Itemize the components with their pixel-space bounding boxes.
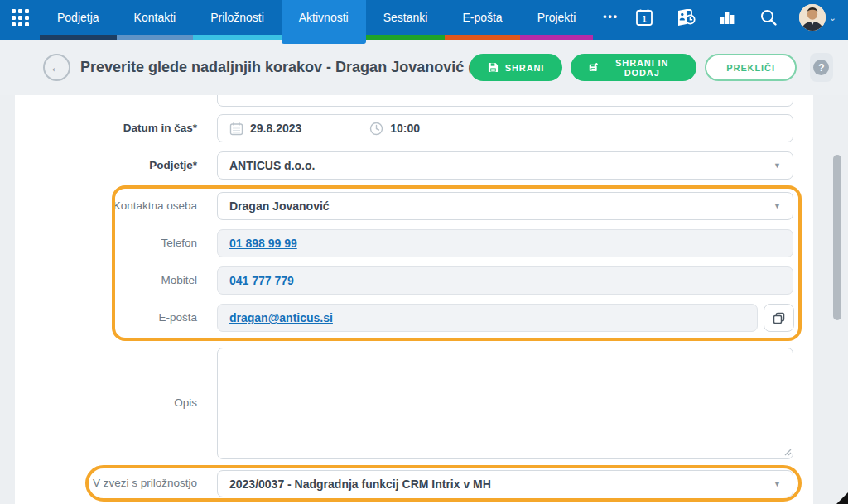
phone-field: 01 898 99 99 xyxy=(217,229,793,257)
mobile-field: 041 777 779 xyxy=(217,266,793,295)
opportunity-label: V zvezi s priložnostjo xyxy=(0,469,207,497)
form-scroll-area: Datum in čas* 29.8.2023 10:00 Podjetje* … xyxy=(0,95,848,504)
date-value[interactable]: 29.8.2023 xyxy=(250,122,301,135)
tab-underline xyxy=(520,35,594,40)
description-textarea[interactable] xyxy=(217,348,793,459)
search-icon[interactable] xyxy=(758,7,779,28)
tab-podjetja[interactable]: Podjetja xyxy=(40,0,117,35)
save-icon xyxy=(488,62,499,73)
company-caret-icon: ▼ xyxy=(773,161,781,170)
cancel-label: PREKLIČI xyxy=(726,63,775,73)
phone-label: Telefon xyxy=(0,229,207,257)
reports-icon[interactable] xyxy=(716,7,738,28)
calendar-icon[interactable]: 1 xyxy=(634,7,655,28)
calendar-field-icon xyxy=(229,122,243,136)
main-tabs: Podjetja Kontakti Priložnosti Aktivnosti… xyxy=(40,0,593,35)
tab-label: Priložnosti xyxy=(210,11,264,24)
more-tabs-button[interactable]: ••• xyxy=(593,0,629,35)
opportunity-select[interactable]: 2023/0037 - Nadgradnja funkcij CRM Intri… xyxy=(217,470,793,497)
tab-underline xyxy=(193,35,282,40)
tab-kontakti[interactable]: Kontakti xyxy=(117,0,194,35)
opportunity-value: 2023/0037 - Nadgradnja funkcij CRM Intri… xyxy=(229,478,491,491)
copy-icon xyxy=(773,312,785,324)
question-icon: ? xyxy=(813,60,829,75)
subject-field-partial[interactable] xyxy=(217,95,793,107)
datetime-field[interactable]: 29.8.2023 10:00 xyxy=(217,114,793,142)
contact-select[interactable]: Dragan Jovanović ▼ xyxy=(217,192,793,220)
company-value: ANTICUS d.o.o. xyxy=(229,159,315,172)
page-title: Preverite glede nadaljnjih korakov - Dra… xyxy=(80,59,470,76)
mobile-link[interactable]: 041 777 779 xyxy=(229,274,294,287)
svg-text:1: 1 xyxy=(642,15,647,24)
tab-underline xyxy=(117,35,194,40)
tab-label: E-pošta xyxy=(462,11,502,24)
contact-value: Dragan Jovanović xyxy=(229,199,330,213)
tab-label: Aktivnosti xyxy=(299,11,349,24)
opportunity-caret-icon: ▼ xyxy=(773,480,781,488)
help-button[interactable]: ? xyxy=(810,53,833,82)
mouse-cursor xyxy=(831,492,848,504)
tab-aktivnosti[interactable]: Aktivnosti xyxy=(282,0,366,44)
email-link[interactable]: dragan@anticus.si xyxy=(229,311,333,324)
top-navbar: Podjetja Kontakti Priložnosti Aktivnosti… xyxy=(0,0,848,40)
email-field: dragan@anticus.si xyxy=(217,304,758,332)
tab-label: Sestanki xyxy=(383,11,428,24)
contact-label: Kontaktna oseba xyxy=(0,192,207,220)
copy-email-button[interactable] xyxy=(764,304,794,332)
tab-underline xyxy=(366,35,446,40)
cancel-button[interactable]: PREKLIČI xyxy=(705,54,797,81)
save-and-add-label: SHRANI IN DODAJ xyxy=(605,58,678,78)
scrollbar-thumb[interactable] xyxy=(833,155,841,320)
contact-caret-icon: ▼ xyxy=(773,202,781,210)
tab-priloznosti[interactable]: Priložnosti xyxy=(193,0,282,35)
avatar-chevron-icon: ⌄ xyxy=(829,12,836,23)
save-add-icon xyxy=(589,61,599,74)
tab-label: Podjetja xyxy=(57,11,99,24)
save-label: SHRANI xyxy=(505,63,545,73)
phone-link[interactable]: 01 898 99 99 xyxy=(229,237,297,250)
email-label: E-pošta xyxy=(0,304,207,332)
tab-label: Projekti xyxy=(537,11,576,24)
clock-icon xyxy=(369,122,383,136)
tab-eposta[interactable]: E-pošta xyxy=(445,0,519,35)
tab-label: Kontakti xyxy=(134,11,176,24)
user-avatar xyxy=(799,4,826,31)
tab-projekti[interactable]: Projekti xyxy=(520,0,594,35)
app-grid-button[interactable] xyxy=(0,0,40,35)
time-value[interactable]: 10:00 xyxy=(390,122,420,135)
user-menu[interactable]: ⌄ xyxy=(799,4,836,31)
tab-underline xyxy=(40,35,117,40)
company-select[interactable]: ANTICUS d.o.o. ▼ xyxy=(217,151,793,180)
back-button[interactable]: ← xyxy=(43,54,70,81)
tab-underline xyxy=(445,35,519,40)
record-header: ← Preverite glede nadaljnjih korakov - D… xyxy=(0,40,848,95)
recent-contacts-icon[interactable] xyxy=(675,7,696,28)
tab-underline xyxy=(282,35,366,40)
datetime-label: Datum in čas* xyxy=(0,114,207,142)
company-label: Podjetje* xyxy=(0,151,207,180)
description-label: Opis xyxy=(0,389,207,417)
mobile-label: Mobitel xyxy=(0,266,207,295)
save-button[interactable]: SHRANI xyxy=(470,54,563,81)
save-and-add-button[interactable]: SHRANI IN DODAJ xyxy=(571,54,696,81)
tab-sestanki[interactable]: Sestanki xyxy=(366,0,446,35)
app-grid-icon xyxy=(12,9,29,26)
